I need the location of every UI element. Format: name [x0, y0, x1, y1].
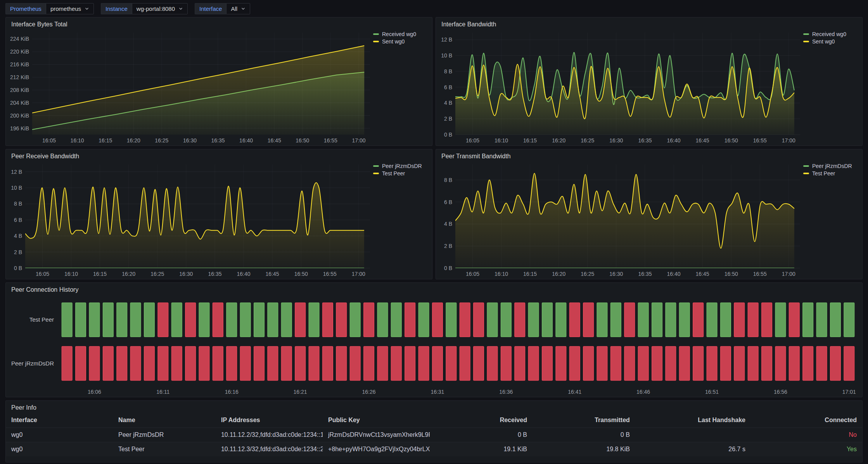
cell-ips: 10.11.12.3/32,fdfd:d3ad:c0de:1234::2/128 — [216, 442, 323, 457]
legend-label: Test Peer — [382, 170, 405, 177]
legend-label: Received wg0 — [812, 31, 846, 37]
svg-text:16:21: 16:21 — [294, 389, 307, 395]
svg-text:12 B: 12 B — [441, 36, 452, 43]
panel-peer-transmit-bandwidth: Peer Transmit Bandwidth 0 B2 B4 B6 B8 B1… — [436, 149, 863, 279]
variable-interface-dropdown[interactable]: All — [226, 3, 250, 14]
legend-item-received-wg0[interactable]: Received wg0 — [803, 31, 858, 37]
column-header-name[interactable]: Name — [113, 413, 216, 428]
svg-text:16:50: 16:50 — [724, 271, 738, 277]
svg-text:16:35: 16:35 — [208, 271, 221, 277]
legend-color-icon — [803, 33, 809, 35]
svg-text:17:00: 17:00 — [352, 271, 365, 277]
legend: Received wg0Sent wg0 — [803, 29, 862, 145]
legend-label: Test Peer — [812, 170, 835, 177]
svg-text:6 B: 6 B — [444, 199, 452, 205]
time-series-svg: 0 B2 B4 B6 B8 B16:0516:1016:1516:2016:25… — [436, 161, 803, 279]
svg-text:17:00: 17:00 — [782, 271, 795, 277]
svg-text:0 B: 0 B — [444, 265, 452, 271]
legend-item-peer-jrzmdsdr[interactable]: Peer jRzmDsDR — [803, 163, 858, 169]
legend-item-sent-wg0[interactable]: Sent wg0 — [803, 38, 858, 45]
panel-peer-receive-bandwidth: Peer Receive Bandwidth 0 B2 B4 B6 B8 B10… — [5, 149, 432, 279]
svg-text:16:41: 16:41 — [568, 389, 581, 395]
svg-text:216 KiB: 216 KiB — [10, 61, 29, 68]
svg-text:16:15: 16:15 — [99, 137, 112, 144]
cell-name: Peer jRzmDsDR — [113, 428, 216, 442]
svg-text:16:10: 16:10 — [495, 137, 508, 144]
column-header-last-handshake[interactable]: Last Handshake — [635, 413, 751, 428]
legend-color-icon — [803, 173, 809, 174]
column-header-connected[interactable]: Connected — [751, 413, 862, 428]
column-header-received[interactable]: Received — [430, 413, 533, 428]
status-history-svg: Test PeerPeer jRzmDsDR16:0616:1116:1616:… — [6, 294, 862, 397]
peer-receive-bandwidth-chart[interactable]: 0 B2 B4 B6 B8 B10 B12 B16:0516:1016:1516… — [6, 161, 373, 279]
panel-title[interactable]: Interface Bandwidth — [436, 17, 862, 29]
legend-color-icon — [803, 41, 809, 42]
svg-text:2 B: 2 B — [444, 243, 452, 249]
svg-text:16:10: 16:10 — [495, 271, 508, 277]
svg-text:16:25: 16:25 — [150, 271, 164, 277]
cell-name: Test Peer — [113, 442, 216, 457]
svg-text:16:05: 16:05 — [36, 271, 49, 277]
svg-text:16:20: 16:20 — [127, 137, 140, 144]
legend: Received wg0Sent wg0 — [373, 29, 432, 145]
column-header-interface[interactable]: Interface — [6, 413, 113, 428]
svg-text:4 B: 4 B — [14, 233, 22, 239]
svg-text:16:40: 16:40 — [667, 271, 681, 277]
panel-title[interactable]: Peer Info — [6, 401, 862, 412]
legend-label: Sent wg0 — [382, 38, 405, 45]
svg-text:16:05: 16:05 — [466, 137, 479, 144]
cell-transmitted: 0 B — [533, 428, 635, 442]
legend-item-test-peer[interactable]: Test Peer — [373, 170, 428, 177]
panel-peer-info: Peer Info InterfaceNameIP AddressesPubli… — [5, 400, 863, 462]
table-row: wg0Peer jRzmDsDR10.11.12.2/32,fdfd:d3ad:… — [6, 428, 862, 442]
interface-bytes-total-chart[interactable]: 196 KiB200 KiB204 KiB208 KiB212 KiB216 K… — [6, 29, 373, 145]
peer-connection-history-chart[interactable]: Test PeerPeer jRzmDsDR16:0616:1116:1616:… — [6, 294, 862, 397]
interface-bandwidth-chart[interactable]: 0 B2 B4 B6 B8 B10 B12 B16:0516:1016:1516… — [436, 29, 803, 145]
legend-item-received-wg0[interactable]: Received wg0 — [373, 31, 428, 37]
legend-item-test-peer[interactable]: Test Peer — [803, 170, 858, 177]
svg-text:12 B: 12 B — [11, 169, 22, 175]
legend: Peer jRzmDsDRTest Peer — [803, 161, 862, 279]
variable-prometheus-label: Prometheus — [5, 3, 46, 14]
svg-text:16:15: 16:15 — [93, 271, 107, 277]
variable-prometheus-dropdown[interactable]: prometheus — [46, 3, 94, 14]
svg-text:16:05: 16:05 — [466, 271, 479, 277]
legend-item-sent-wg0[interactable]: Sent wg0 — [373, 38, 428, 45]
cell-transmitted: 19.8 KiB — [533, 442, 635, 457]
time-series-svg: 196 KiB200 KiB204 KiB208 KiB212 KiB216 K… — [6, 29, 373, 145]
dashboard-grid: Interface Bytes Total 196 KiB200 KiB204 … — [0, 17, 868, 462]
peer-info-table-wrap: InterfaceNameIP AddressesPublic KeyRecei… — [6, 412, 862, 462]
svg-text:16:30: 16:30 — [183, 137, 197, 144]
cell-interface: wg0 — [6, 442, 113, 457]
svg-text:16:35: 16:35 — [638, 137, 652, 144]
variable-instance-dropdown[interactable]: wg-portal:8080 — [132, 3, 188, 14]
column-header-transmitted[interactable]: Transmitted — [533, 413, 635, 428]
panel-title[interactable]: Peer Transmit Bandwidth — [436, 149, 862, 161]
cell-connected: Yes — [751, 442, 862, 457]
svg-text:16:15: 16:15 — [523, 271, 537, 277]
svg-text:4 B: 4 B — [444, 100, 452, 106]
legend-item-peer-jrzmdsdr[interactable]: Peer jRzmDsDR — [373, 163, 428, 169]
panel-title[interactable]: Peer Receive Bandwidth — [6, 149, 432, 161]
svg-text:8 B: 8 B — [444, 177, 452, 183]
peer-transmit-bandwidth-chart[interactable]: 0 B2 B4 B6 B8 B16:0516:1016:1516:2016:25… — [436, 161, 803, 279]
column-header-ip-addresses[interactable]: IP Addresses — [216, 413, 323, 428]
legend-color-icon — [373, 41, 379, 42]
svg-text:220 KiB: 220 KiB — [10, 48, 29, 55]
legend-color-icon — [803, 165, 809, 167]
svg-text:16:11: 16:11 — [156, 389, 169, 395]
svg-text:16:30: 16:30 — [609, 271, 623, 277]
variable-interface-value: All — [231, 5, 237, 12]
svg-text:224 KiB: 224 KiB — [10, 36, 29, 42]
svg-text:Peer jRzmDsDR: Peer jRzmDsDR — [11, 360, 54, 367]
svg-text:0 B: 0 B — [14, 265, 22, 271]
panel-interface-bandwidth: Interface Bandwidth 0 B2 B4 B6 B8 B10 B1… — [436, 17, 863, 146]
panel-title[interactable]: Peer Connection History — [6, 283, 862, 294]
svg-text:16:26: 16:26 — [362, 389, 375, 395]
svg-text:2 B: 2 B — [14, 249, 22, 255]
svg-text:16:16: 16:16 — [225, 389, 239, 395]
svg-text:17:00: 17:00 — [352, 137, 365, 144]
column-header-public-key[interactable]: Public Key — [323, 413, 430, 428]
time-series-svg: 0 B2 B4 B6 B8 B10 B12 B16:0516:1016:1516… — [436, 29, 803, 145]
panel-title[interactable]: Interface Bytes Total — [6, 17, 432, 29]
